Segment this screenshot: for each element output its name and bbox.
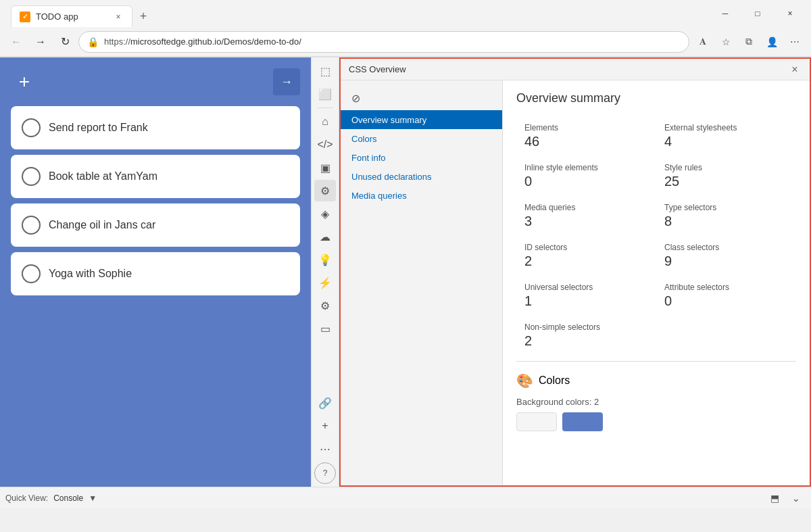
stat-media-queries: Media queries 3 [516,196,656,236]
stat-label: Attribute selectors [664,283,788,292]
stat-attribute-selectors: Attribute selectors 0 [656,276,796,316]
devtools-device-icon[interactable]: ⬜ [314,83,336,105]
stat-label: Elements [524,123,648,132]
todo-text: Book table at YamYam [49,170,157,183]
devtools-performance-icon[interactable]: ⚡ [314,272,336,293]
devtools-icon-bar: ⬚ ⬜ ⌂ </> ▣ ⚙ ◈ ☁ 💡 ⚡ ⚙ ▭ 🔗 + ⋯ ? [311,57,339,487]
profile-icon[interactable]: 👤 [761,31,783,53]
nav-item-media-queries[interactable]: Media queries [341,186,502,205]
devtools-settings2-icon[interactable]: ⚙ [314,295,336,316]
stat-value: 8 [664,214,788,229]
css-content: Overview summary Elements 46 External st… [503,80,810,485]
tab-bar: ✓ TODO app × + [5,0,710,27]
todo-checkbox[interactable] [22,216,41,235]
stat-value: 46 [524,134,648,149]
devtools-layers-icon[interactable]: ▭ [314,318,336,339]
collections-icon[interactable]: ⧉ [738,31,760,53]
todo-checkbox[interactable] [22,167,41,186]
forward-button[interactable]: → [30,31,51,53]
title-bar: ✓ TODO app × + ─ □ × [0,0,811,27]
devtools-inspect-icon[interactable]: ⬚ [314,60,336,82]
devtools-help-icon[interactable]: ? [314,462,336,484]
todo-text: Change oil in Jans car [49,219,155,231]
stat-class-selectors: Class selectors 9 [656,236,796,276]
devtools-home-icon[interactable]: ⌂ [314,111,336,132]
minimize-button[interactable]: ─ [710,3,741,24]
favorites-icon[interactable]: ☆ [715,31,737,53]
stat-label: Inline style elements [524,163,648,172]
nav-item-font-info[interactable]: Font info [341,148,502,167]
read-aloud-icon[interactable]: 𝐀 [692,31,714,53]
stat-value: 9 [664,253,788,269]
color-swatch-light[interactable] [516,412,557,431]
back-button[interactable]: ← [5,31,27,53]
todo-text: Yoga with Sophie [49,268,132,280]
devtools-console-icon[interactable]: ▣ [314,157,336,178]
list-item[interactable]: Send report to Frank [11,106,300,149]
stat-label: Non-simple selectors [524,322,648,332]
devtools-add-icon[interactable]: + [314,415,336,437]
list-item[interactable]: Change oil in Jans car [11,203,300,247]
url-text: https://CSS Overviewmicrosoftedge.github… [104,37,681,47]
devtools-css-icon[interactable]: ⚙ [314,180,336,201]
devtools-wifi-icon[interactable]: ☁ [314,226,336,247]
colors-section: 🎨 Colors Background colors: 2 [516,372,796,431]
stat-label: External stylesheets [664,123,788,132]
quick-view-label: Quick View: [5,493,48,503]
expand-icon[interactable]: ⌄ [787,489,806,508]
list-item[interactable]: Yoga with Sophie [11,252,300,295]
quick-view-value: Console [53,493,83,503]
panel-body: ⊘ Overview summary Colors Font info Unus… [341,80,810,485]
dock-bottom-icon[interactable]: ⬒ [765,489,784,508]
url-bar[interactable]: 🔒 https://CSS Overviewmicrosoftedge.gith… [78,31,689,53]
section-divider [516,361,796,362]
devtools-network-icon[interactable]: ◈ [314,203,336,224]
devtools-dots-icon[interactable]: ⋯ [314,438,336,460]
bg-colors-label: Background colors: 2 [516,397,796,407]
stat-value: 4 [664,134,788,149]
color-swatch-blue[interactable] [562,412,603,431]
close-button[interactable]: × [775,3,806,24]
main-content: + → Send report to Frank Book table at Y… [0,57,811,487]
stat-label: Universal selectors [524,283,648,292]
nav-item-unused-declarations[interactable]: Unused declarations [341,167,502,186]
tab-favicon: ✓ [20,11,30,22]
stat-label: Class selectors [664,243,788,252]
devtools-elements-icon[interactable]: </> [314,134,336,155]
active-tab[interactable]: ✓ TODO app × [11,5,132,27]
panel-close-button[interactable]: × [788,63,802,76]
nav-item-overview[interactable]: Overview summary [341,110,502,129]
stat-universal-selectors: Universal selectors 1 [516,276,656,316]
css-nav: ⊘ Overview summary Colors Font info Unus… [341,80,503,485]
stat-external-stylesheets: External stylesheets 4 [656,116,796,156]
panel-title: CSS Overview [349,64,406,74]
new-tab-button[interactable]: + [132,5,154,27]
stat-inline-style: Inline style elements 0 [516,156,656,196]
url-display: microsoftedge.github.io/Demos/demo-to-do… [130,37,301,47]
maximize-button[interactable]: □ [742,3,773,24]
color-swatches [516,412,796,431]
lock-icon: 🔒 [87,37,99,47]
todo-arrow-button[interactable]: → [273,68,300,95]
nav-item-colors[interactable]: Colors [341,129,502,148]
list-item[interactable]: Book table at YamYam [11,155,300,198]
more-options-icon[interactable]: ⋯ [784,31,806,53]
dropdown-arrow[interactable]: ▼ [89,493,97,503]
icon-separator [317,107,333,108]
stat-label: Media queries [524,203,648,212]
todo-app: + → Send report to Frank Book table at Y… [0,57,311,487]
todo-checkbox[interactable] [22,118,41,137]
tab-close-button[interactable]: × [113,11,124,22]
stat-type-selectors: Type selectors 8 [656,196,796,236]
stat-value: 25 [664,174,788,189]
todo-checkbox[interactable] [22,264,41,283]
colors-heading: Colors [539,374,570,387]
devtools-link-icon[interactable]: 🔗 [314,392,336,414]
todo-text: Send report to Frank [49,122,148,134]
colors-header: 🎨 Colors [516,372,796,389]
refresh-button[interactable]: ↻ [54,31,76,53]
capture-button[interactable]: ⊘ [346,89,365,107]
add-todo-button[interactable]: + [11,68,38,95]
stat-style-rules: Style rules 25 [656,156,796,196]
devtools-lightbulb-icon[interactable]: 💡 [314,249,336,270]
